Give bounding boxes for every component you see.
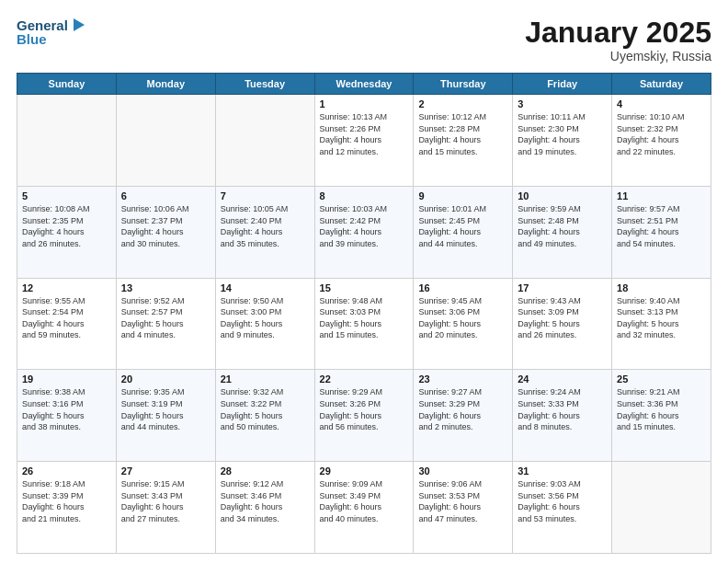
day-info: Sunrise: 10:03 AM Sunset: 2:42 PM Daylig… (320, 203, 409, 249)
day-info: Sunrise: 9:40 AM Sunset: 3:13 PM Dayligh… (617, 295, 706, 341)
table-cell: 5Sunrise: 10:08 AM Sunset: 2:35 PM Dayli… (17, 186, 117, 278)
day-info: Sunrise: 9:15 AM Sunset: 3:43 PM Dayligh… (121, 478, 210, 524)
table-cell (17, 95, 117, 187)
table-cell: 31Sunrise: 9:03 AM Sunset: 3:56 PM Dayli… (513, 462, 612, 554)
day-number: 12 (22, 282, 111, 293)
table-cell: 29Sunrise: 9:09 AM Sunset: 3:49 PM Dayli… (314, 462, 414, 554)
day-info: Sunrise: 9:52 AM Sunset: 2:57 PM Dayligh… (121, 295, 210, 341)
day-number: 4 (617, 98, 706, 109)
table-cell: 17Sunrise: 9:43 AM Sunset: 3:09 PM Dayli… (513, 278, 612, 370)
day-info: Sunrise: 9:43 AM Sunset: 3:09 PM Dayligh… (518, 295, 607, 341)
day-number: 18 (617, 282, 706, 293)
day-number: 17 (518, 282, 607, 293)
table-cell: 20Sunrise: 9:35 AM Sunset: 3:19 PM Dayli… (116, 370, 215, 462)
calendar-page: General Blue January 2025 Uyemskiy, Russ… (0, 0, 728, 563)
week-row-1: 1Sunrise: 10:13 AM Sunset: 2:26 PM Dayli… (17, 95, 711, 187)
week-row-4: 19Sunrise: 9:38 AM Sunset: 3:16 PM Dayli… (17, 370, 711, 462)
day-info: Sunrise: 9:09 AM Sunset: 3:49 PM Dayligh… (320, 478, 409, 524)
table-cell (215, 95, 314, 187)
day-info: Sunrise: 9:35 AM Sunset: 3:19 PM Dayligh… (121, 386, 210, 432)
day-info: Sunrise: 10:05 AM Sunset: 2:40 PM Daylig… (221, 203, 310, 249)
table-cell: 19Sunrise: 9:38 AM Sunset: 3:16 PM Dayli… (17, 370, 117, 462)
table-cell: 8Sunrise: 10:03 AM Sunset: 2:42 PM Dayli… (314, 186, 414, 278)
table-cell: 27Sunrise: 9:15 AM Sunset: 3:43 PM Dayli… (116, 462, 215, 554)
title-block: January 2025 Uyemskiy, Russia (525, 17, 711, 63)
day-info: Sunrise: 9:57 AM Sunset: 2:51 PM Dayligh… (617, 203, 706, 249)
table-cell: 12Sunrise: 9:55 AM Sunset: 2:54 PM Dayli… (17, 278, 117, 370)
header-wednesday: Wednesday (314, 74, 414, 95)
day-info: Sunrise: 9:03 AM Sunset: 3:56 PM Dayligh… (518, 478, 607, 524)
table-cell: 22Sunrise: 9:29 AM Sunset: 3:26 PM Dayli… (314, 370, 414, 462)
weekday-header-row: Sunday Monday Tuesday Wednesday Thursday… (17, 74, 711, 95)
day-info: Sunrise: 10:10 AM Sunset: 2:32 PM Daylig… (617, 111, 706, 157)
table-cell: 6Sunrise: 10:06 AM Sunset: 2:37 PM Dayli… (116, 186, 215, 278)
header-tuesday: Tuesday (215, 74, 314, 95)
day-number: 7 (221, 190, 310, 201)
table-cell: 9Sunrise: 10:01 AM Sunset: 2:45 PM Dayli… (414, 186, 513, 278)
table-cell: 7Sunrise: 10:05 AM Sunset: 2:40 PM Dayli… (215, 186, 314, 278)
day-number: 28 (221, 465, 310, 477)
day-info: Sunrise: 10:11 AM Sunset: 2:30 PM Daylig… (518, 111, 607, 157)
day-number: 22 (320, 373, 409, 385)
day-number: 19 (22, 373, 111, 385)
day-info: Sunrise: 9:18 AM Sunset: 3:39 PM Dayligh… (22, 478, 111, 524)
day-info: Sunrise: 9:06 AM Sunset: 3:53 PM Dayligh… (418, 478, 507, 524)
day-info: Sunrise: 9:38 AM Sunset: 3:16 PM Dayligh… (22, 386, 111, 432)
svg-marker-0 (74, 18, 85, 31)
day-info: Sunrise: 9:55 AM Sunset: 2:54 PM Dayligh… (22, 295, 111, 341)
day-info: Sunrise: 9:27 AM Sunset: 3:29 PM Dayligh… (418, 386, 507, 432)
table-cell: 3Sunrise: 10:11 AM Sunset: 2:30 PM Dayli… (513, 95, 612, 187)
day-number: 20 (121, 373, 210, 385)
header-saturday: Saturday (612, 74, 711, 95)
day-number: 15 (320, 282, 409, 293)
day-number: 29 (320, 465, 409, 477)
day-number: 8 (320, 190, 409, 201)
table-cell: 23Sunrise: 9:27 AM Sunset: 3:29 PM Dayli… (414, 370, 513, 462)
table-cell: 2Sunrise: 10:12 AM Sunset: 2:28 PM Dayli… (414, 95, 513, 187)
day-info: Sunrise: 10:12 AM Sunset: 2:28 PM Daylig… (418, 111, 507, 157)
table-cell: 21Sunrise: 9:32 AM Sunset: 3:22 PM Dayli… (215, 370, 314, 462)
day-number: 3 (518, 98, 607, 109)
day-info: Sunrise: 9:50 AM Sunset: 3:00 PM Dayligh… (221, 295, 310, 341)
day-number: 16 (418, 282, 507, 293)
day-number: 27 (121, 465, 210, 477)
table-cell: 15Sunrise: 9:48 AM Sunset: 3:03 PM Dayli… (314, 278, 414, 370)
day-number: 9 (418, 190, 507, 201)
day-number: 1 (320, 98, 409, 109)
table-cell: 11Sunrise: 9:57 AM Sunset: 2:51 PM Dayli… (612, 186, 711, 278)
table-cell: 28Sunrise: 9:12 AM Sunset: 3:46 PM Dayli… (215, 462, 314, 554)
week-row-2: 5Sunrise: 10:08 AM Sunset: 2:35 PM Dayli… (17, 186, 711, 278)
table-cell: 26Sunrise: 9:18 AM Sunset: 3:39 PM Dayli… (17, 462, 117, 554)
day-info: Sunrise: 9:48 AM Sunset: 3:03 PM Dayligh… (320, 295, 409, 341)
day-info: Sunrise: 10:08 AM Sunset: 2:35 PM Daylig… (22, 203, 111, 249)
table-cell (116, 95, 215, 187)
header-friday: Friday (513, 74, 612, 95)
day-number: 23 (418, 373, 507, 385)
day-info: Sunrise: 9:32 AM Sunset: 3:22 PM Dayligh… (221, 386, 310, 432)
header-sunday: Sunday (17, 74, 117, 95)
day-number: 13 (121, 282, 210, 293)
day-number: 10 (518, 190, 607, 201)
table-cell (612, 462, 711, 554)
table-cell: 18Sunrise: 9:40 AM Sunset: 3:13 PM Dayli… (612, 278, 711, 370)
table-cell: 30Sunrise: 9:06 AM Sunset: 3:53 PM Dayli… (414, 462, 513, 554)
logo-blue: Blue (17, 31, 47, 47)
header: General Blue January 2025 Uyemskiy, Russ… (17, 17, 711, 63)
day-number: 14 (221, 282, 310, 293)
week-row-3: 12Sunrise: 9:55 AM Sunset: 2:54 PM Dayli… (17, 278, 711, 370)
day-info: Sunrise: 9:21 AM Sunset: 3:36 PM Dayligh… (617, 386, 706, 432)
day-number: 24 (518, 373, 607, 385)
header-thursday: Thursday (414, 74, 513, 95)
table-cell: 16Sunrise: 9:45 AM Sunset: 3:06 PM Dayli… (414, 278, 513, 370)
day-info: Sunrise: 9:12 AM Sunset: 3:46 PM Dayligh… (221, 478, 310, 524)
calendar-table: Sunday Monday Tuesday Wednesday Thursday… (17, 73, 711, 554)
table-cell: 14Sunrise: 9:50 AM Sunset: 3:00 PM Dayli… (215, 278, 314, 370)
day-info: Sunrise: 10:13 AM Sunset: 2:26 PM Daylig… (320, 111, 409, 157)
day-number: 21 (221, 373, 310, 385)
table-cell: 10Sunrise: 9:59 AM Sunset: 2:48 PM Dayli… (513, 186, 612, 278)
table-cell: 24Sunrise: 9:24 AM Sunset: 3:33 PM Dayli… (513, 370, 612, 462)
table-cell: 13Sunrise: 9:52 AM Sunset: 2:57 PM Dayli… (116, 278, 215, 370)
table-cell: 25Sunrise: 9:21 AM Sunset: 3:36 PM Dayli… (612, 370, 711, 462)
day-number: 6 (121, 190, 210, 201)
week-row-5: 26Sunrise: 9:18 AM Sunset: 3:39 PM Dayli… (17, 462, 711, 554)
